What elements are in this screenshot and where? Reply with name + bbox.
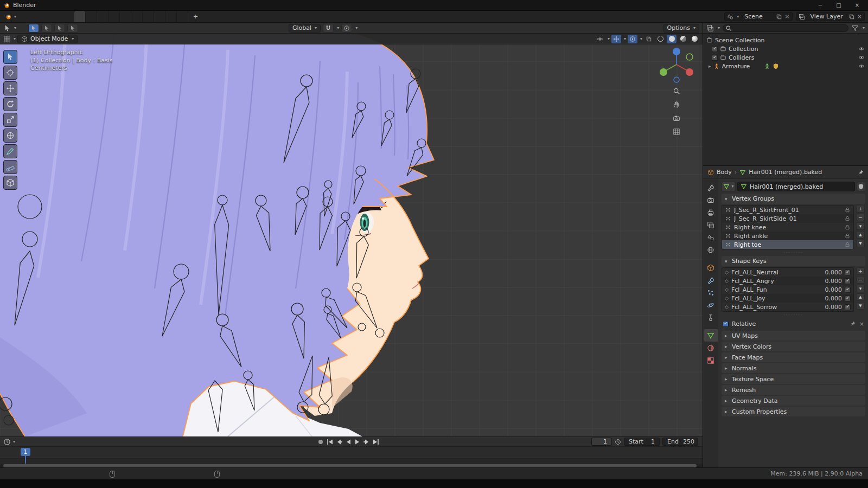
shape-key-value[interactable]: 0.000 <box>819 269 842 276</box>
vertex-group-row[interactable]: Right ankle <box>722 232 853 240</box>
maximize-button[interactable]: □ <box>831 1 846 10</box>
minimize-button[interactable]: ─ <box>813 1 828 10</box>
use-preview-range-icon[interactable] <box>615 439 621 445</box>
menu-item[interactable] <box>31 11 41 22</box>
ortho-toggle-button[interactable] <box>671 126 682 138</box>
remove-vertex-group-button[interactable]: − <box>856 214 865 221</box>
tool-transform[interactable] <box>3 129 17 143</box>
viewport-canvas[interactable] <box>0 34 703 436</box>
remove-view-layer-icon[interactable]: × <box>857 13 862 20</box>
shape-key-mute-checkbox[interactable]: ✓ <box>845 269 851 275</box>
axis-z-neg-handle[interactable] <box>674 77 679 82</box>
jump-to-start-button[interactable] <box>326 438 334 446</box>
hide-eye-icon[interactable] <box>858 46 865 52</box>
select-mode-intersect-button[interactable] <box>67 24 78 33</box>
mode-dropdown[interactable]: Object Mode ▾ <box>17 35 78 43</box>
transform-orientation-dropdown[interactable]: Global ▾ <box>289 24 321 33</box>
outliner-editor-icon[interactable] <box>706 24 714 32</box>
vertex-group-row[interactable]: Right toe <box>722 240 853 249</box>
tool-add-cube[interactable] <box>3 176 17 190</box>
new-scene-icon[interactable] <box>776 14 782 20</box>
timeline-editor-icon[interactable] <box>3 438 11 446</box>
axis-y-neg-handle[interactable] <box>686 54 693 60</box>
filter-icon[interactable] <box>851 24 859 32</box>
add-vertex-group-button[interactable]: + <box>856 205 865 213</box>
disclosure-icon[interactable]: ▸ <box>709 63 711 69</box>
outliner-row-scene-collection[interactable]: Scene Collection <box>703 36 868 44</box>
tool-rotate[interactable] <box>3 97 17 111</box>
zoom-button[interactable] <box>671 85 682 97</box>
shape-key-row[interactable]: ◇ Fcl_ALL_Sorrow 0.000 ✓ <box>722 303 853 311</box>
tab-physics[interactable] <box>704 299 718 311</box>
frame-start-field[interactable]: Start 1 <box>624 438 660 446</box>
close-button[interactable]: × <box>850 1 865 10</box>
next-keyframe-button[interactable] <box>362 438 371 446</box>
add-shape-key-button[interactable]: + <box>856 267 865 275</box>
workspace-tab[interactable] <box>154 11 165 22</box>
collection-checkbox[interactable]: ✓ <box>712 46 718 52</box>
snap-toggle[interactable] <box>323 24 334 33</box>
tool-measure[interactable] <box>3 160 17 174</box>
gizmos-toggle[interactable] <box>611 35 621 43</box>
select-mode-new-button[interactable] <box>28 24 39 33</box>
tab-object[interactable] <box>704 261 718 274</box>
tab-tool[interactable] <box>704 181 718 194</box>
tab-particles[interactable] <box>704 286 718 299</box>
active-tool-icon[interactable] <box>3 24 11 32</box>
shape-key-value[interactable]: 0.000 <box>819 304 842 311</box>
pan-button[interactable] <box>671 99 682 111</box>
fake-user-toggle[interactable] <box>857 182 865 191</box>
app-menu-button[interactable]: ▾ <box>0 11 21 22</box>
tool-move[interactable] <box>3 81 17 95</box>
shape-key-mute-checkbox[interactable]: ✓ <box>845 278 851 284</box>
lock-icon[interactable] <box>844 207 851 213</box>
tool-cursor[interactable] <box>3 66 17 80</box>
workspace-tab[interactable] <box>108 11 120 22</box>
axis-y-handle[interactable] <box>660 68 667 76</box>
shape-keys-header[interactable]: ▾ Shape Keys <box>722 256 865 266</box>
shape-key-mute-checkbox[interactable]: ✓ <box>845 287 851 293</box>
play-reverse-button[interactable] <box>344 438 352 446</box>
shape-key-row[interactable]: ◇ Fcl_ALL_Fun 0.000 ✓ <box>722 285 853 294</box>
tab-output[interactable] <box>704 206 718 219</box>
vertex-group-row[interactable]: Right knee <box>722 223 853 232</box>
workspace-tab[interactable] <box>86 11 97 22</box>
overlays-toggle[interactable] <box>628 35 637 43</box>
workspace-tab[interactable] <box>143 11 154 22</box>
outliner-row-collection[interactable]: ✓ Collection <box>703 44 868 53</box>
timeline-ruler[interactable] <box>0 447 703 459</box>
collapsed-panel-header[interactable]: ▸ Face Maps <box>722 352 865 362</box>
tool-select-box[interactable] <box>3 50 17 64</box>
playhead-badge[interactable]: 1 <box>21 448 30 456</box>
vertex-group-specials-button[interactable]: ▾ <box>856 222 865 230</box>
breadcrumb-data[interactable]: Hair001 (merged).baked <box>749 169 822 176</box>
jump-to-end-button[interactable] <box>372 438 380 446</box>
shape-key-specials-button[interactable]: ▾ <box>856 285 865 292</box>
datablock-name-field[interactable]: Hair001 (merged).baked <box>737 182 855 191</box>
outliner-search-input[interactable] <box>723 24 848 32</box>
tab-render[interactable] <box>704 194 718 206</box>
shape-key-row[interactable]: ◇ Fcl_ALL_Neutral 0.000 ✓ <box>722 268 853 277</box>
shape-key-row[interactable]: ◇ Fcl_ALL_Angry 0.000 ✓ <box>722 277 853 285</box>
menu-item[interactable] <box>41 11 50 22</box>
shading-rendered-button[interactable] <box>690 35 699 43</box>
camera-view-button[interactable] <box>671 112 682 124</box>
move-vertex-group-up-button[interactable]: ▲ <box>856 231 865 239</box>
play-button[interactable] <box>353 438 361 446</box>
collapsed-panel-header[interactable]: ▸ Geometry Data <box>722 396 865 406</box>
lock-icon[interactable] <box>844 233 851 239</box>
vertex-groups-header[interactable]: ▾ Vertex Groups <box>722 194 865 204</box>
resize-grip[interactable]: ········ <box>722 252 865 256</box>
move-shape-key-down-button[interactable]: ▼ <box>856 302 865 310</box>
shape-key-value[interactable]: 0.000 <box>819 278 842 285</box>
shading-solid-button[interactable] <box>667 35 676 43</box>
vertex-group-row[interactable]: J_Sec_R_SkirtFront_01 <box>722 206 853 214</box>
outliner-row-armature[interactable]: ▸ Armature <box>703 62 868 70</box>
vertex-group-row[interactable]: J_Sec_R_SkirtSide_01 <box>722 214 853 223</box>
select-mode-extend-button[interactable] <box>41 24 52 33</box>
clear-shape-keys-icon[interactable]: × <box>859 320 864 328</box>
collapsed-panel-header[interactable]: ▸ UV Maps <box>722 331 865 341</box>
workspace-tab[interactable] <box>165 11 177 22</box>
collapsed-panel-header[interactable]: ▸ Vertex Colors <box>722 342 865 351</box>
collapsed-panel-header[interactable]: ▸ Texture Space <box>722 374 865 384</box>
